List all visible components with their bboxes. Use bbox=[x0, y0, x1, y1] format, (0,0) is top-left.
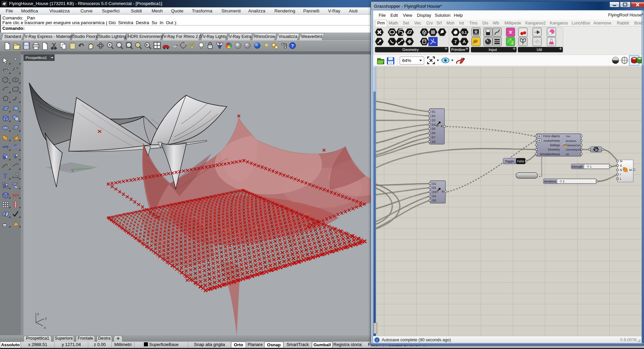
svg-text:D3: D3 bbox=[432, 119, 435, 122]
svg-text:x: x bbox=[44, 326, 46, 330]
svg-text:2: 2 bbox=[563, 180, 565, 183]
svg-text:94: 94 bbox=[193, 216, 196, 219]
svg-text:T: T bbox=[3, 172, 7, 179]
svg-text:Util: Util bbox=[537, 48, 542, 52]
svg-text:False: False bbox=[517, 160, 524, 163]
svg-text:Primitive: Primitive bbox=[451, 48, 465, 52]
svg-text:D6: D6 bbox=[432, 131, 435, 135]
svg-text:D8: D8 bbox=[432, 140, 435, 143]
svg-text:z: z bbox=[37, 312, 39, 316]
svg-text:SimulationReset: SimulationReset bbox=[540, 153, 560, 156]
svg-text:1: 1 bbox=[590, 165, 592, 168]
svg-text:R: R bbox=[441, 125, 443, 128]
svg-text:y: y bbox=[45, 316, 47, 320]
svg-text:D5: D5 bbox=[432, 199, 436, 202]
svg-text:D7: D7 bbox=[432, 136, 435, 139]
svg-text:AnchorPoints: AnchorPoints bbox=[543, 139, 560, 142]
svg-text:Input: Input bbox=[489, 48, 497, 52]
svg-text:ParticlesOut: ParticlesOut bbox=[566, 144, 580, 147]
svg-text:-0.22: -0.22 bbox=[304, 212, 310, 215]
svg-text:98: 98 bbox=[255, 226, 258, 229]
svg-text:Prospettica1: Prospettica1 bbox=[25, 56, 47, 60]
svg-text:Force objects: Force objects bbox=[543, 135, 560, 138]
svg-text:D4: D4 bbox=[432, 194, 436, 198]
svg-text:Out: Out bbox=[566, 135, 570, 138]
svg-text:7: 7 bbox=[454, 39, 457, 44]
svg-text:D1: D1 bbox=[432, 182, 436, 185]
svg-text:64%: 64% bbox=[402, 58, 411, 63]
svg-text:Geometry: Geometry bbox=[402, 48, 419, 52]
svg-text:D1: D1 bbox=[432, 110, 435, 113]
svg-text:92: 92 bbox=[280, 217, 283, 220]
svg-text:D2: D2 bbox=[432, 186, 436, 189]
svg-text:M: M bbox=[629, 168, 632, 172]
svg-text:1.4E-06: 1.4E-06 bbox=[221, 228, 231, 231]
svg-text:0.1: 0.1 bbox=[462, 31, 467, 35]
svg-text:D5: D5 bbox=[432, 127, 435, 130]
svg-text:!: ! bbox=[376, 338, 378, 342]
svg-text:A: A bbox=[463, 39, 466, 44]
svg-text:D2: D2 bbox=[432, 114, 435, 118]
svg-text:D4: D4 bbox=[432, 123, 435, 126]
svg-text:I: I bbox=[620, 173, 621, 176]
svg-text:S: S bbox=[620, 164, 622, 167]
svg-text:M: M bbox=[620, 160, 623, 163]
svg-text:?: ? bbox=[291, 43, 294, 48]
svg-text:90: 90 bbox=[161, 241, 164, 244]
svg-text:R: R bbox=[442, 190, 444, 193]
svg-text:-0.28: -0.28 bbox=[329, 206, 335, 209]
svg-text:L: L bbox=[620, 177, 622, 180]
svg-text:98: 98 bbox=[201, 223, 204, 226]
svg-text:88: 88 bbox=[292, 200, 295, 203]
svg-text:96: 96 bbox=[178, 232, 181, 235]
svg-text:N: N bbox=[620, 168, 622, 172]
svg-text:Geometry: Geometry bbox=[548, 148, 560, 151]
svg-text:Settings: Settings bbox=[550, 144, 560, 147]
svg-text:KE: KE bbox=[566, 153, 569, 156]
svg-text:Toggle: Toggle bbox=[505, 160, 514, 163]
svg-text:Strength: Strength bbox=[572, 165, 583, 168]
svg-text:76: 76 bbox=[248, 206, 251, 209]
svg-text:D3: D3 bbox=[432, 190, 436, 194]
svg-text:Iterations: Iterations bbox=[566, 139, 576, 142]
svg-text:Iterations: Iterations bbox=[544, 180, 556, 183]
svg-text:0.4: 0.4 bbox=[235, 232, 239, 235]
svg-text:GeometryOut: GeometryOut bbox=[566, 148, 581, 151]
